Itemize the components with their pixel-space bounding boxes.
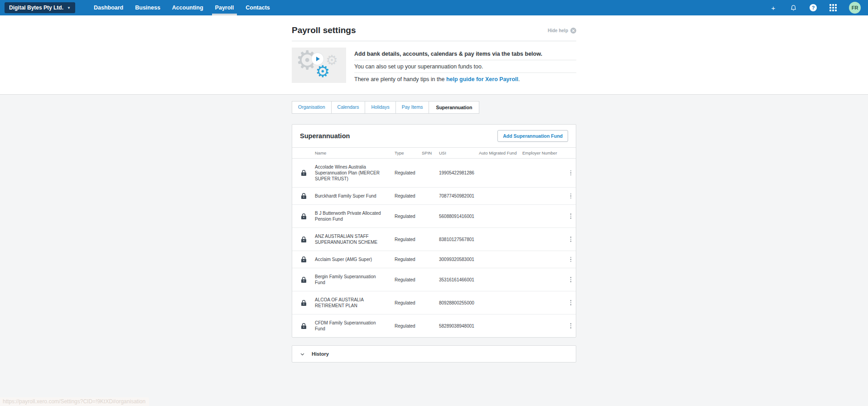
row-menu-button[interactable] — [567, 277, 574, 282]
fund-type: Regulated — [395, 193, 422, 199]
row-menu-button[interactable] — [567, 257, 574, 262]
play-icon[interactable] — [312, 53, 323, 65]
chevron-down-icon: ▼ — [67, 6, 71, 10]
help-text-block: Add bank details, accounts, calendars & … — [354, 48, 576, 86]
fund-name: Burckhardt Family Super Fund — [315, 193, 395, 199]
column-header-type: Type — [395, 150, 422, 155]
table-row: ANZ AUSTRALIAN STAFF SUPERANNUATION SCHE… — [292, 228, 576, 251]
page-header: Payroll settings Hide help ✕ ⚙ ⚙ ⚙ Add b… — [0, 15, 868, 94]
table-row: Accolade Wines Australia Superannuation … — [292, 159, 576, 188]
lock-icon — [292, 170, 315, 176]
close-icon: ✕ — [570, 28, 576, 34]
column-header-name: Name — [315, 150, 395, 155]
bell-icon[interactable] — [789, 4, 797, 12]
page-title: Payroll settings — [292, 25, 576, 35]
title-divider — [292, 41, 576, 41]
fund-name: Bergin Family Superannuation Fund — [315, 274, 395, 285]
nav-item-accounting[interactable]: Accounting — [166, 0, 209, 15]
fund-name: Acclaim Super (AMG Super) — [315, 256, 395, 262]
section-title: Superannuation — [300, 132, 350, 140]
tab-organisation[interactable]: Organisation — [292, 101, 332, 114]
table-row: CFDM Family Superannuation Fund Regulate… — [292, 314, 576, 337]
fund-usi: 35316161466001 — [439, 277, 479, 283]
row-menu-button[interactable] — [567, 300, 574, 305]
add-superannuation-fund-button[interactable]: Add Superannuation Fund — [497, 130, 568, 142]
row-menu-button[interactable] — [567, 170, 574, 176]
column-header-auto-migrated-fund: Auto Migrated Fund — [479, 150, 522, 155]
nav-right-actions: + ? FR — [769, 2, 863, 14]
superannuation-card: Superannuation Add Superannuation Fund N… — [292, 124, 576, 338]
history-panel[interactable]: History — [292, 345, 576, 362]
table-header-row: Name Type SPIN USI Auto Migrated Fund Em… — [292, 147, 576, 159]
lock-icon — [292, 300, 315, 306]
tab-calendars[interactable]: Calendars — [331, 101, 366, 114]
fund-type: Regulated — [395, 213, 422, 219]
lock-icon — [292, 323, 315, 329]
fund-usi: 70877450982001 — [439, 193, 479, 199]
fund-usi: 30099320583001 — [439, 256, 479, 262]
fund-type: Regulated — [395, 323, 422, 329]
nav-item-business[interactable]: Business — [129, 0, 166, 15]
column-header-spin: SPIN — [422, 150, 439, 155]
fund-type: Regulated — [395, 277, 422, 283]
table-row: Acclaim Super (AMG Super) Regulated 3009… — [292, 251, 576, 268]
row-menu-button[interactable] — [567, 213, 574, 219]
help-line-3: There are plenty of handy tips in the he… — [354, 73, 576, 86]
help-line-2: You can also set up your superannuation … — [354, 60, 576, 73]
history-label: History — [312, 351, 329, 357]
hide-help-button[interactable]: Hide help ✕ — [548, 28, 576, 34]
row-menu-button[interactable] — [567, 237, 574, 242]
column-header-usi: USI — [439, 150, 479, 155]
lock-icon — [292, 213, 315, 219]
fund-usi: 83810127567801 — [439, 237, 479, 242]
fund-name: B J Butterworth Private Allocated Pensio… — [315, 210, 395, 222]
help-guide-link[interactable]: help guide for Xero Payroll — [446, 76, 518, 82]
table-row: Burckhardt Family Super Fund Regulated 7… — [292, 188, 576, 205]
org-selector[interactable]: Digital Bytes Pty Ltd. ▼ — [5, 2, 75, 13]
nav-item-dashboard[interactable]: Dashboard — [88, 0, 129, 15]
column-header-employer-number: Employer Number — [522, 150, 566, 155]
lock-icon — [292, 237, 315, 242]
status-bar-url: https://payroll.xero.com/Settings?CID=!9… — [0, 397, 149, 406]
fund-usi: 80928800255000 — [439, 300, 479, 306]
chevron-down-icon — [300, 352, 305, 357]
fund-usi: 58289038948001 — [439, 323, 479, 329]
fund-type: Regulated — [395, 237, 422, 242]
lock-icon — [292, 277, 315, 283]
lock-icon — [292, 256, 315, 262]
fund-usi: 19905422981286 — [439, 170, 479, 176]
payroll-settings-illustration: ⚙ ⚙ ⚙ — [292, 48, 346, 83]
hide-help-label: Hide help — [548, 28, 568, 33]
row-menu-button[interactable] — [567, 323, 574, 329]
table-row: B J Butterworth Private Allocated Pensio… — [292, 205, 576, 228]
gear-icon: ⚙ — [315, 62, 330, 81]
row-menu-button[interactable] — [567, 193, 574, 199]
nav-menu: Dashboard Business Accounting Payroll Co… — [88, 0, 276, 15]
fund-name: CFDM Family Superannuation Fund — [315, 320, 395, 332]
table-row: ALCOA OF AUSTRALIA RETIREMENT PLAN Regul… — [292, 291, 576, 314]
nav-item-payroll[interactable]: Payroll — [209, 0, 240, 15]
tab-pay-items[interactable]: Pay Items — [395, 101, 429, 114]
bell-icon-svg — [790, 5, 797, 11]
tab-superannuation[interactable]: Superannuation — [429, 101, 479, 114]
settings-tabs: Organisation Calendars Holidays Pay Item… — [292, 101, 576, 114]
nav-item-contacts[interactable]: Contacts — [240, 0, 275, 15]
fund-usi: 56088091416001 — [439, 213, 479, 219]
top-navbar: Digital Bytes Pty Ltd. ▼ Dashboard Busin… — [0, 0, 868, 15]
help-icon[interactable]: ? — [809, 4, 817, 12]
fund-name: ALCOA OF AUSTRALIA RETIREMENT PLAN — [315, 297, 395, 309]
fund-type: Regulated — [395, 170, 422, 176]
content-area: Organisation Calendars Holidays Pay Item… — [0, 94, 868, 406]
fund-type: Regulated — [395, 256, 422, 262]
plus-icon[interactable]: + — [769, 4, 777, 12]
fund-type: Regulated — [395, 300, 422, 306]
org-selector-label: Digital Bytes Pty Ltd. — [9, 5, 63, 11]
tab-holidays[interactable]: Holidays — [365, 101, 395, 114]
avatar[interactable]: FR — [849, 2, 861, 14]
fund-name: Accolade Wines Australia Superannuation … — [315, 164, 395, 182]
table-row: Bergin Family Superannuation Fund Regula… — [292, 268, 576, 291]
fund-name: ANZ AUSTRALIAN STAFF SUPERANNUATION SCHE… — [315, 233, 395, 245]
help-line-1: Add bank details, accounts, calendars & … — [354, 51, 542, 57]
apps-grid-icon[interactable] — [829, 4, 837, 12]
lock-icon — [292, 193, 315, 199]
